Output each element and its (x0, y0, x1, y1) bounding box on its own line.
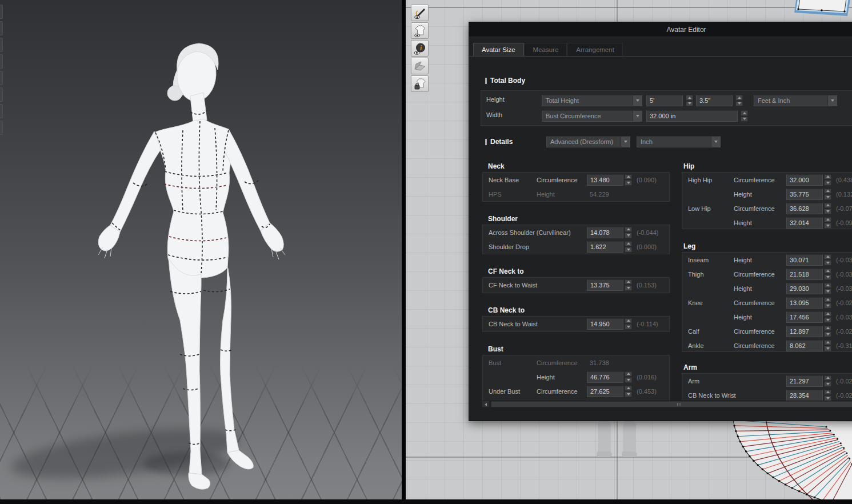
value-field[interactable]: 13.480 (587, 174, 623, 186)
value-field[interactable]: 46.776 (587, 371, 623, 383)
freeze-garment-button[interactable] (411, 75, 429, 92)
value-field[interactable]: 8.062 (786, 340, 823, 351)
2d-view-toolbar: i (411, 5, 429, 93)
delta-label: (-0.03 (836, 271, 852, 278)
measure-label: Height (734, 219, 786, 226)
value-spinner[interactable] (824, 203, 831, 214)
value-field[interactable]: 13.095 (786, 297, 823, 309)
value-field[interactable]: 32.000 (786, 174, 823, 186)
show-base-fabric-button[interactable] (411, 58, 429, 74)
part-label: Across Shoulder (Curvilinear) (489, 229, 587, 236)
part-label: Calf (688, 328, 734, 335)
details-mode-dropdown[interactable]: Advanced (Dressform) (546, 136, 630, 147)
tab-measure[interactable]: Measure (525, 43, 567, 56)
value-field[interactable]: 1.622 (587, 241, 623, 253)
dialog-titlebar[interactable]: Avatar Editor (469, 22, 852, 37)
value-field[interactable]: 14.950 (587, 318, 623, 330)
value-field[interactable]: 21.297 (786, 375, 823, 387)
delta-label: (-0.02 (836, 299, 852, 306)
value-field[interactable]: 29.030 (786, 283, 823, 294)
scrollbar-thumb[interactable] (491, 401, 852, 407)
value-spinner[interactable] (824, 174, 831, 186)
value-spinner[interactable] (625, 241, 632, 253)
details-unit-dropdown[interactable]: Inch (637, 136, 721, 147)
value-field[interactable]: 21.518 (786, 269, 823, 280)
value-spinner[interactable] (625, 318, 632, 330)
value-spinner[interactable] (824, 254, 831, 266)
viewport-divider[interactable] (402, 0, 406, 504)
measure-label: Circumference (537, 388, 587, 395)
show-information-button[interactable]: i (411, 40, 429, 57)
value-spinner[interactable] (824, 189, 831, 200)
selected-pattern-piece[interactable] (793, 0, 852, 21)
width-value-field[interactable]: 32.000 in (646, 110, 738, 122)
window-bottom-edge (0, 499, 852, 504)
cf-neck-panel: CF Neck to Waist 13.375 (0.153) (482, 277, 670, 293)
tab-avatar-size[interactable]: Avatar Size (473, 43, 524, 56)
measure-row: Height 17.456 (-0.03 (682, 310, 852, 324)
measure-row: Height 46.776 (0.016) (483, 370, 669, 384)
value-field[interactable]: 13.375 (587, 279, 623, 291)
part-label: Shoulder Drop (489, 243, 587, 250)
measure-label: Height (537, 374, 587, 381)
avatar-silhouette-foot (597, 451, 612, 457)
neck-panel: Neck Base Circumference 13.480 (0.090) H… (482, 172, 670, 202)
value-spinner[interactable] (824, 326, 831, 337)
value-spinner[interactable] (625, 174, 632, 186)
value-field[interactable]: 14.078 (587, 227, 623, 238)
measure-row: Bust Circumference 31.738 (483, 355, 669, 370)
arm-panel: Arm 21.297 (-0.02 CB Neck to Wrist 28.35… (682, 373, 852, 401)
width-type-dropdown[interactable]: Bust Circumference (542, 110, 642, 122)
avatar-silhouette-leg (623, 421, 636, 456)
value-spinner[interactable] (824, 297, 831, 309)
show-pins-button[interactable] (411, 5, 429, 21)
value-spinner[interactable] (824, 340, 831, 351)
value-field[interactable]: 36.628 (786, 203, 823, 214)
height-inch-field[interactable]: 3.5" (696, 95, 733, 106)
horizontal-scrollbar[interactable] (482, 401, 852, 408)
part-label: CB Neck to Waist (489, 321, 587, 327)
value-spinner[interactable] (824, 375, 831, 387)
value-field[interactable]: 35.775 (786, 189, 823, 200)
height-type-dropdown[interactable]: Total Height (542, 95, 642, 106)
value-spinner[interactable] (824, 311, 831, 323)
value-field[interactable]: 32.014 (786, 217, 823, 229)
part-label: CB Neck to Wrist (688, 392, 786, 399)
value-spinner[interactable] (625, 386, 632, 397)
tab-arrangement[interactable]: Arrangement (567, 43, 622, 56)
measure-row: Inseam Height 30.071 (-0.03 (682, 253, 852, 267)
value-field[interactable]: 27.625 (587, 386, 623, 397)
delta-label: (-0.03 (836, 257, 852, 263)
avatar-editor-dialog: Avatar Editor Avatar Size Measure Arrang… (469, 22, 852, 421)
chevron-down-icon (633, 95, 642, 106)
value-field[interactable]: 17.456 (786, 311, 823, 323)
value-spinner[interactable] (625, 227, 632, 238)
value-spinner[interactable] (824, 269, 831, 280)
value-spinner[interactable] (824, 217, 831, 229)
value-field[interactable]: 12.897 (786, 326, 823, 337)
value-spinner[interactable] (824, 283, 831, 294)
width-value-spinner[interactable] (741, 110, 748, 122)
value-field[interactable]: 28.354 (786, 390, 823, 401)
fan-pattern-piece[interactable] (720, 417, 852, 499)
height-feet-field[interactable]: 5' (646, 95, 683, 106)
value-spinner[interactable] (625, 279, 632, 291)
avatar-3d-model[interactable] (0, 0, 402, 499)
value-spinner[interactable] (824, 390, 831, 401)
show-garment-button[interactable] (411, 22, 429, 39)
bust-section-header: Bust (488, 345, 503, 353)
scroll-left-arrow[interactable] (482, 401, 489, 407)
part-label: Under Bust (489, 388, 537, 395)
total-body-panel: Height Total Height 5' 3.5" Feet & Inch … (481, 90, 852, 126)
measure-label: Circumference (734, 177, 786, 183)
leg-panel: Inseam Height 30.071 (-0.03 Thigh Circum… (682, 252, 852, 352)
value-spinner[interactable] (625, 371, 632, 383)
dialog-tabs: Avatar Size Measure Arrangement (469, 43, 852, 57)
height-inch-spinner[interactable] (735, 95, 743, 106)
height-unit-dropdown[interactable]: Feet & Inch (754, 95, 837, 106)
value-field[interactable]: 30.071 (786, 254, 823, 266)
3d-viewport[interactable] (0, 0, 402, 499)
delta-label: (-0.31 (836, 342, 852, 349)
height-feet-spinner[interactable] (686, 95, 693, 106)
delta-label: (0.132 (836, 191, 852, 198)
